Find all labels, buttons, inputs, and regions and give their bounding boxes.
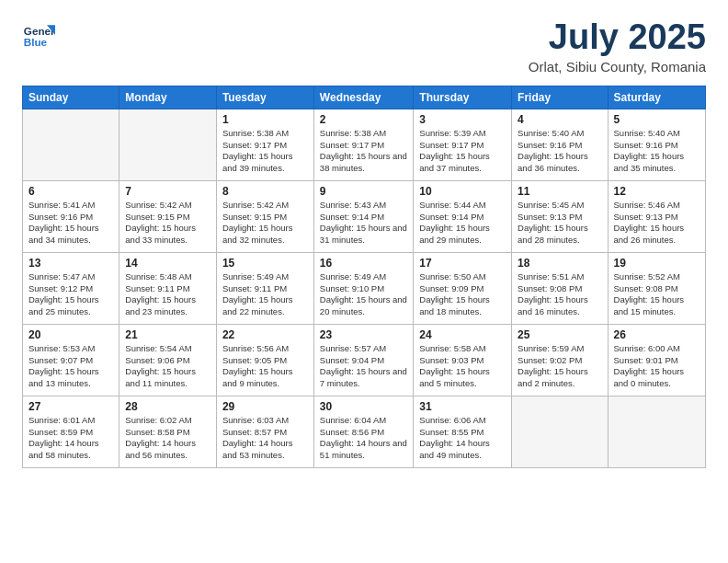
calendar-cell: 6Sunrise: 5:41 AM Sunset: 9:16 PM Daylig…	[23, 180, 119, 252]
calendar-cell: 24Sunrise: 5:58 AM Sunset: 9:03 PM Dayli…	[414, 324, 512, 396]
day-number: 2	[320, 113, 407, 126]
calendar-cell: 28Sunrise: 6:02 AM Sunset: 8:58 PM Dayli…	[119, 396, 217, 467]
day-info: Sunrise: 5:39 AM Sunset: 9:17 PM Dayligh…	[419, 128, 506, 175]
day-info: Sunrise: 6:06 AM Sunset: 8:55 PM Dayligh…	[419, 415, 506, 462]
day-info: Sunrise: 5:59 AM Sunset: 9:02 PM Dayligh…	[518, 343, 601, 390]
day-info: Sunrise: 5:53 AM Sunset: 9:07 PM Dayligh…	[28, 343, 113, 390]
day-number: 25	[518, 328, 601, 341]
weekday-header: Tuesday	[216, 86, 313, 109]
calendar-cell: 19Sunrise: 5:52 AM Sunset: 9:08 PM Dayli…	[608, 252, 705, 324]
logo-icon: General Blue	[22, 18, 55, 52]
calendar-cell: 7Sunrise: 5:42 AM Sunset: 9:15 PM Daylig…	[119, 180, 217, 252]
day-number: 26	[614, 328, 700, 341]
day-info: Sunrise: 5:40 AM Sunset: 9:16 PM Dayligh…	[518, 128, 601, 175]
svg-text:Blue: Blue	[24, 36, 48, 48]
day-number: 14	[125, 257, 210, 270]
day-info: Sunrise: 5:41 AM Sunset: 9:16 PM Dayligh…	[28, 200, 113, 247]
calendar-cell: 17Sunrise: 5:50 AM Sunset: 9:09 PM Dayli…	[414, 252, 512, 324]
day-number: 16	[320, 257, 407, 270]
calendar-cell: 11Sunrise: 5:45 AM Sunset: 9:13 PM Dayli…	[512, 180, 608, 252]
day-info: Sunrise: 5:52 AM Sunset: 9:08 PM Dayligh…	[614, 271, 700, 318]
calendar-week-row: 1Sunrise: 5:38 AM Sunset: 9:17 PM Daylig…	[23, 109, 706, 180]
weekday-header: Wednesday	[313, 86, 413, 109]
calendar-cell	[23, 109, 119, 180]
day-info: Sunrise: 5:40 AM Sunset: 9:16 PM Dayligh…	[614, 128, 700, 175]
calendar-cell: 18Sunrise: 5:51 AM Sunset: 9:08 PM Dayli…	[512, 252, 608, 324]
weekday-header: Thursday	[414, 86, 512, 109]
day-number: 6	[28, 185, 113, 198]
day-number: 11	[518, 185, 601, 198]
day-number: 7	[125, 185, 210, 198]
day-info: Sunrise: 5:51 AM Sunset: 9:08 PM Dayligh…	[518, 271, 601, 318]
calendar-cell: 5Sunrise: 5:40 AM Sunset: 9:16 PM Daylig…	[608, 109, 705, 180]
calendar-cell: 3Sunrise: 5:39 AM Sunset: 9:17 PM Daylig…	[414, 109, 512, 180]
day-number: 22	[222, 328, 308, 341]
calendar-cell: 2Sunrise: 5:38 AM Sunset: 9:17 PM Daylig…	[313, 109, 413, 180]
calendar-cell: 29Sunrise: 6:03 AM Sunset: 8:57 PM Dayli…	[216, 396, 313, 467]
calendar-cell: 30Sunrise: 6:04 AM Sunset: 8:56 PM Dayli…	[313, 396, 413, 467]
day-number: 4	[518, 113, 601, 126]
day-info: Sunrise: 5:46 AM Sunset: 9:13 PM Dayligh…	[614, 200, 700, 247]
day-number: 8	[222, 185, 308, 198]
calendar-cell: 15Sunrise: 5:49 AM Sunset: 9:11 PM Dayli…	[216, 252, 313, 324]
day-number: 10	[419, 185, 506, 198]
calendar-week-row: 20Sunrise: 5:53 AM Sunset: 9:07 PM Dayli…	[23, 324, 706, 396]
day-number: 13	[28, 257, 113, 270]
day-number: 30	[320, 400, 407, 413]
calendar-cell: 12Sunrise: 5:46 AM Sunset: 9:13 PM Dayli…	[608, 180, 705, 252]
calendar-cell: 16Sunrise: 5:49 AM Sunset: 9:10 PM Dayli…	[313, 252, 413, 324]
day-info: Sunrise: 6:00 AM Sunset: 9:01 PM Dayligh…	[614, 343, 700, 390]
calendar-week-row: 6Sunrise: 5:41 AM Sunset: 9:16 PM Daylig…	[23, 180, 706, 252]
calendar-header-row: SundayMondayTuesdayWednesdayThursdayFrid…	[23, 86, 706, 109]
day-info: Sunrise: 5:42 AM Sunset: 9:15 PM Dayligh…	[125, 200, 210, 247]
calendar-cell: 26Sunrise: 6:00 AM Sunset: 9:01 PM Dayli…	[608, 324, 705, 396]
calendar-cell: 23Sunrise: 5:57 AM Sunset: 9:04 PM Dayli…	[313, 324, 413, 396]
day-info: Sunrise: 6:04 AM Sunset: 8:56 PM Dayligh…	[320, 415, 407, 462]
calendar-cell: 20Sunrise: 5:53 AM Sunset: 9:07 PM Dayli…	[23, 324, 119, 396]
calendar-cell: 13Sunrise: 5:47 AM Sunset: 9:12 PM Dayli…	[23, 252, 119, 324]
day-info: Sunrise: 5:47 AM Sunset: 9:12 PM Dayligh…	[28, 271, 113, 318]
day-info: Sunrise: 5:38 AM Sunset: 9:17 PM Dayligh…	[222, 128, 308, 175]
day-number: 1	[222, 113, 308, 126]
day-number: 17	[419, 257, 506, 270]
month-title: July 2025	[529, 18, 706, 57]
day-number: 15	[222, 257, 308, 270]
day-number: 3	[419, 113, 506, 126]
day-info: Sunrise: 6:02 AM Sunset: 8:58 PM Dayligh…	[125, 415, 210, 462]
day-number: 18	[518, 257, 601, 270]
calendar-cell: 21Sunrise: 5:54 AM Sunset: 9:06 PM Dayli…	[119, 324, 217, 396]
day-number: 27	[28, 400, 113, 413]
title-block: July 2025 Orlat, Sibiu County, Romania	[529, 18, 706, 75]
calendar-cell: 27Sunrise: 6:01 AM Sunset: 8:59 PM Dayli…	[23, 396, 119, 467]
day-number: 19	[614, 257, 700, 270]
page-header: General Blue July 2025 Orlat, Sibiu Coun…	[22, 18, 706, 75]
weekday-header: Saturday	[608, 86, 705, 109]
weekday-header: Monday	[119, 86, 217, 109]
day-number: 9	[320, 185, 407, 198]
day-info: Sunrise: 5:49 AM Sunset: 9:11 PM Dayligh…	[222, 271, 308, 318]
calendar-cell: 10Sunrise: 5:44 AM Sunset: 9:14 PM Dayli…	[414, 180, 512, 252]
logo: General Blue	[22, 18, 55, 52]
calendar-cell	[608, 396, 705, 467]
weekday-header: Sunday	[23, 86, 119, 109]
day-info: Sunrise: 6:03 AM Sunset: 8:57 PM Dayligh…	[222, 415, 308, 462]
calendar-cell	[119, 109, 217, 180]
day-info: Sunrise: 5:43 AM Sunset: 9:14 PM Dayligh…	[320, 200, 407, 247]
location: Orlat, Sibiu County, Romania	[529, 59, 706, 75]
calendar-cell: 31Sunrise: 6:06 AM Sunset: 8:55 PM Dayli…	[414, 396, 512, 467]
weekday-header: Friday	[512, 86, 608, 109]
calendar-cell: 22Sunrise: 5:56 AM Sunset: 9:05 PM Dayli…	[216, 324, 313, 396]
calendar-cell	[512, 396, 608, 467]
day-number: 5	[614, 113, 700, 126]
day-number: 31	[419, 400, 506, 413]
day-info: Sunrise: 5:44 AM Sunset: 9:14 PM Dayligh…	[419, 200, 506, 247]
calendar-cell: 9Sunrise: 5:43 AM Sunset: 9:14 PM Daylig…	[313, 180, 413, 252]
day-number: 23	[320, 328, 407, 341]
day-number: 12	[614, 185, 700, 198]
day-info: Sunrise: 5:58 AM Sunset: 9:03 PM Dayligh…	[419, 343, 506, 390]
day-info: Sunrise: 5:42 AM Sunset: 9:15 PM Dayligh…	[222, 200, 308, 247]
day-info: Sunrise: 5:49 AM Sunset: 9:10 PM Dayligh…	[320, 271, 407, 318]
day-info: Sunrise: 5:48 AM Sunset: 9:11 PM Dayligh…	[125, 271, 210, 318]
day-info: Sunrise: 6:01 AM Sunset: 8:59 PM Dayligh…	[28, 415, 113, 462]
day-number: 28	[125, 400, 210, 413]
